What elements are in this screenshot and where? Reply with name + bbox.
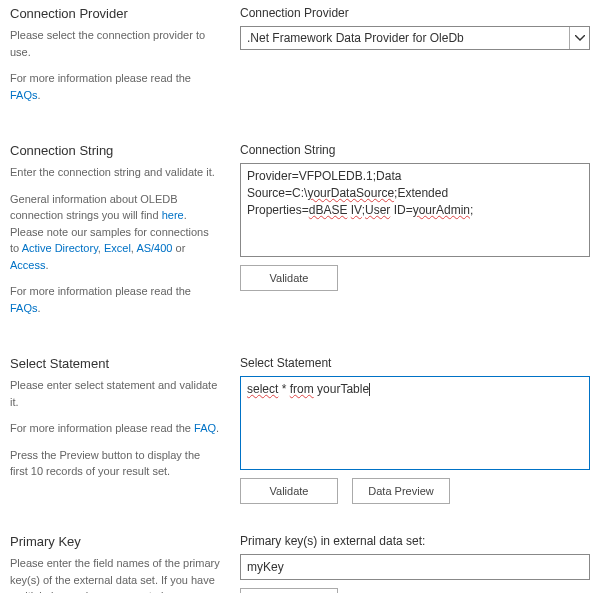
text: ; bbox=[470, 203, 473, 217]
text: . bbox=[45, 259, 48, 271]
access-link[interactable]: Access bbox=[10, 259, 45, 271]
text: Properties= bbox=[247, 203, 309, 217]
primary-key-input[interactable] bbox=[240, 554, 590, 580]
faqs-link[interactable]: FAQs bbox=[10, 302, 38, 314]
select-desc3: Press the Preview button to display the … bbox=[10, 447, 220, 480]
provider-right-heading: Connection Provider bbox=[240, 6, 590, 20]
select-right-heading: Select Statement bbox=[240, 356, 590, 370]
faq-link[interactable]: FAQ bbox=[194, 422, 216, 434]
select-statement-input[interactable]: select * from yourTable bbox=[240, 376, 590, 470]
connection-string-input[interactable]: Provider=VFPOLEDB.1;Data Source=C:\yourD… bbox=[240, 163, 590, 257]
pkey-desc1: Please enter the field names of the prim… bbox=[10, 555, 220, 593]
text: yourAdmin bbox=[413, 203, 470, 217]
data-preview-button[interactable]: Data Preview bbox=[352, 478, 450, 504]
text: . bbox=[216, 422, 219, 434]
validate-connstr-button[interactable]: Validate bbox=[240, 265, 338, 291]
connstr-desc2: General information about OLEDB connecti… bbox=[10, 191, 220, 274]
connstr-desc1: Enter the connection string and validate… bbox=[10, 164, 220, 181]
text: from bbox=[290, 382, 314, 396]
text: select bbox=[247, 382, 278, 396]
pkey-heading: Primary Key bbox=[10, 534, 220, 549]
provider-select[interactable]: .Net Framework Data Provider for OleDb bbox=[240, 26, 590, 50]
connstr-heading: Connection String bbox=[10, 143, 220, 158]
connstr-right-heading: Connection String bbox=[240, 143, 590, 157]
as400-link[interactable]: AS/400 bbox=[136, 242, 172, 254]
text: General information about OLEDB connecti… bbox=[10, 193, 178, 222]
select-desc1: Please enter select statement and valida… bbox=[10, 377, 220, 410]
pkey-right-heading: Primary key(s) in external data set: bbox=[240, 534, 590, 548]
text-caret bbox=[369, 383, 370, 396]
text: For more information please read the bbox=[10, 72, 191, 84]
text: * bbox=[278, 382, 289, 396]
faqs-link[interactable]: FAQs bbox=[10, 89, 38, 101]
text: yourTable bbox=[314, 382, 369, 396]
validate-select-button[interactable]: Validate bbox=[240, 478, 338, 504]
connstr-info: For more information please read the FAQ… bbox=[10, 283, 220, 316]
here-link[interactable]: here bbox=[162, 209, 184, 221]
text: IV;User bbox=[351, 203, 391, 217]
text: . bbox=[38, 89, 41, 101]
chevron-down-icon bbox=[569, 27, 589, 49]
provider-info: For more information please read the FAQ… bbox=[10, 70, 220, 103]
provider-desc: Please select the connection provider to… bbox=[10, 27, 220, 60]
text: For more information please read the bbox=[10, 422, 194, 434]
text: or bbox=[172, 242, 185, 254]
text: ;Extended bbox=[394, 186, 448, 200]
text: . bbox=[38, 302, 41, 314]
provider-selected-text: .Net Framework Data Provider for OleDb bbox=[241, 31, 569, 45]
provider-heading: Connection Provider bbox=[10, 6, 220, 21]
select-heading: Select Statement bbox=[10, 356, 220, 371]
text: ID= bbox=[390, 203, 412, 217]
text: dBASE bbox=[309, 203, 348, 217]
validate-pkey-button[interactable]: Validate bbox=[240, 588, 338, 593]
excel-link[interactable]: Excel bbox=[104, 242, 131, 254]
active-directory-link[interactable]: Active Directory bbox=[22, 242, 98, 254]
select-info: For more information please read the FAQ… bbox=[10, 420, 220, 437]
text: For more information please read the bbox=[10, 285, 191, 297]
text: yourDataSource bbox=[307, 186, 394, 200]
